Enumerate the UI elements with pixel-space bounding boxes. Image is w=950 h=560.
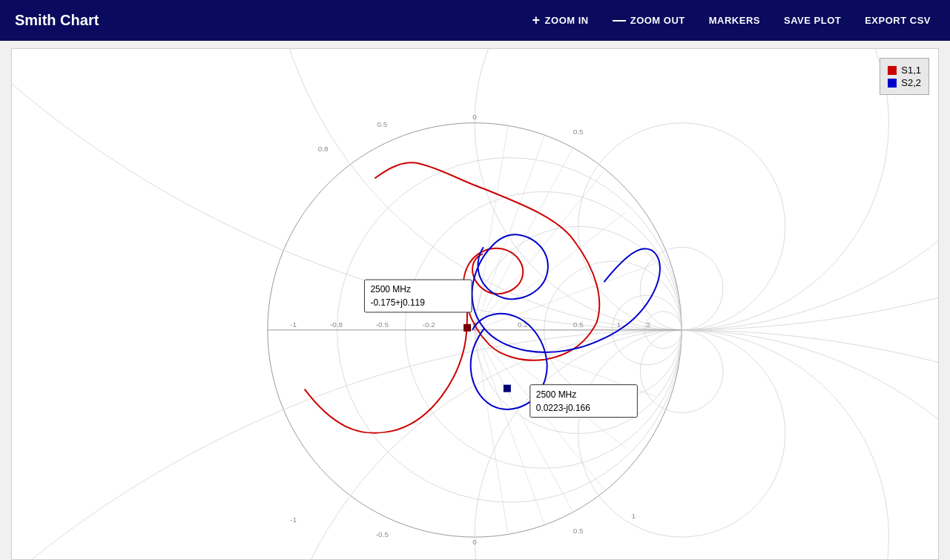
svg-text:0.2: 0.2: [518, 320, 528, 329]
svg-line-20: [475, 211, 626, 330]
markers-label: MARKERS: [709, 15, 760, 26]
markers-button[interactable]: MARKERS: [705, 12, 765, 29]
save-plot-button[interactable]: SAVE PLOT: [779, 12, 845, 29]
svg-line-27: [475, 330, 545, 526]
svg-point-12: [475, 330, 888, 559]
app-header: Smith Chart + ZOOM IN ZOOM OUT MARKERS S…: [0, 0, 950, 41]
svg-text:1: 1: [617, 320, 621, 329]
chart-container: S1,1 S2,2: [11, 48, 939, 560]
marker-s22-tooltip: 2500 MHz 0.0223-j0.166: [530, 385, 638, 418]
svg-text:2: 2: [647, 320, 651, 329]
svg-text:0.5: 0.5: [377, 120, 387, 128]
export-csv-label: EXPORT CSV: [865, 15, 931, 26]
legend-item-s22: S2,2: [888, 77, 921, 88]
svg-text:0: 0: [472, 113, 477, 121]
svg-text:2500 MHz: 2500 MHz: [370, 284, 411, 294]
save-plot-label: SAVE PLOT: [784, 15, 841, 26]
zoom-in-button[interactable]: + ZOOM IN: [528, 10, 593, 31]
svg-text:-0.8: -0.8: [330, 320, 343, 329]
svg-text:0.0223-j0.166: 0.0223-j0.166: [536, 403, 590, 413]
zoom-out-button[interactable]: ZOOM OUT: [608, 12, 690, 29]
zoom-out-icon: [613, 20, 626, 22]
legend-color-s22: [888, 79, 897, 88]
svg-point-15: [640, 247, 723, 330]
svg-text:-1: -1: [290, 515, 297, 524]
marker-s11-point: [464, 324, 471, 332]
svg-text:2500 MHz: 2500 MHz: [536, 389, 577, 400]
app-title: Smith Chart: [15, 12, 528, 29]
zoom-in-icon: +: [532, 13, 541, 28]
svg-point-10: [268, 330, 938, 559]
svg-point-11: [475, 49, 888, 330]
svg-point-13: [578, 123, 785, 330]
svg-text:-0.5: -0.5: [376, 320, 389, 329]
zoom-in-label: ZOOM IN: [545, 15, 589, 26]
svg-point-16: [640, 330, 723, 413]
svg-point-14: [578, 330, 785, 537]
svg-point-7: [12, 49, 938, 330]
svg-text:-0.5: -0.5: [376, 530, 389, 538]
svg-text:0.8: 0.8: [318, 145, 329, 153]
svg-text:1: 1: [632, 512, 636, 520]
export-csv-button[interactable]: EXPORT CSV: [860, 12, 935, 29]
svg-text:-1: -1: [290, 320, 297, 329]
svg-text:0.5: 0.5: [573, 128, 584, 136]
toolbar: + ZOOM IN ZOOM OUT MARKERS SAVE PLOT EXP…: [528, 10, 935, 31]
svg-text:-0.175+j0.119: -0.175+j0.119: [370, 297, 425, 308]
zoom-out-label: ZOOM OUT: [630, 15, 685, 26]
svg-text:0.5: 0.5: [573, 320, 584, 329]
svg-line-26: [475, 134, 545, 330]
svg-text:0: 0: [472, 538, 477, 546]
legend: S1,1 S2,2: [880, 58, 929, 95]
svg-text:0.5: 0.5: [573, 527, 584, 535]
marker-s11-tooltip: 2500 MHz -0.175+j0.119: [364, 280, 472, 312]
legend-color-s11: [888, 66, 897, 75]
smith-chart-svg: -1 -0.8 -0.5 -0.2 0 0.2 0.5 1 2 -1 -0.5 …: [12, 49, 938, 559]
legend-label-s11: S1,1: [901, 65, 921, 76]
legend-item-s11: S1,1: [888, 65, 921, 76]
legend-label-s22: S2,2: [901, 77, 921, 88]
marker-s22-point: [504, 385, 511, 392]
svg-text:-0.2: -0.2: [423, 320, 436, 329]
